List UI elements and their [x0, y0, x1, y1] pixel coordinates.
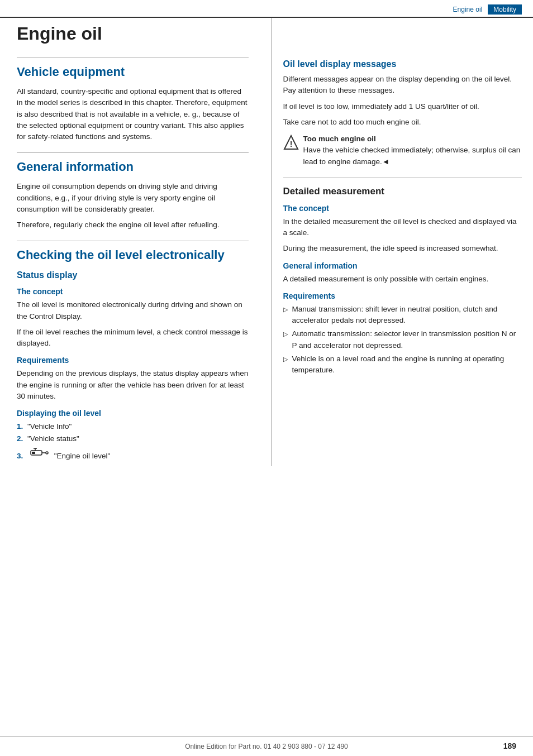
list-num-2: 2.	[17, 434, 23, 443]
detail-requirements-list: Manual transmission: shift lever in neut…	[283, 304, 522, 376]
breadcrumb-mobility: Mobility	[488, 4, 522, 15]
oil-level-icon	[30, 446, 50, 458]
right-column: Oil level display messages Different mes…	[272, 18, 522, 466]
detail-concept-para2: During the measurement, the idle speed i…	[283, 243, 522, 254]
req-item-3-text: Vehicle is on a level road and the engin…	[292, 355, 505, 374]
concept-para1: The oil level is monitored electronicall…	[17, 299, 249, 322]
list-text-1: "Vehicle Info"	[27, 422, 72, 430]
req-item-3: Vehicle is on a level road and the engin…	[283, 353, 522, 376]
status-display-heading: Status display	[17, 270, 249, 280]
concept-heading-left: The concept	[17, 287, 249, 296]
req-item-2-text: Automatic transmission: selector lever i…	[292, 329, 516, 349]
warning-body: Have the vehicle checked immediately; ot…	[303, 146, 521, 165]
warning-box: ! Too much engine oil Have the vehicle c…	[283, 133, 522, 168]
detail-concept-heading: The concept	[283, 204, 522, 213]
svg-text:!: !	[289, 140, 292, 149]
warning-title: Too much engine oil	[303, 133, 522, 145]
footer-text: Online Edition for Part no. 01 40 2 903 …	[185, 743, 348, 750]
oil-messages-para2: If oil level is too low, immediately add…	[283, 101, 522, 112]
general-info-para2: Therefore, regularly check the engine oi…	[17, 219, 249, 231]
page-title: Engine oil	[17, 18, 249, 44]
left-column: Engine oil Vehicle equipment All standar…	[17, 18, 265, 466]
general-info-para1: Engine oil consumption depends on drivin…	[17, 181, 249, 215]
concept-para2: If the oil level reaches the minimum lev…	[17, 327, 249, 350]
header: Engine oil Mobility	[0, 0, 533, 18]
breadcrumb-engine-oil: Engine oil	[448, 4, 488, 15]
list-text-3: "Engine oil level"	[54, 452, 110, 460]
detailed-measurement-heading: Detailed measurement	[283, 186, 522, 197]
warning-text: Too much engine oil Have the vehicle che…	[303, 133, 522, 168]
req-item-1: Manual transmission: shift lever in neut…	[283, 304, 522, 327]
displaying-list: 1. "Vehicle Info" 2. "Vehicle status" 3.	[17, 421, 249, 462]
oil-level-messages-heading: Oil level display messages	[283, 59, 522, 69]
vehicle-equipment-heading: Vehicle equipment	[17, 65, 249, 79]
list-item-2: 2. "Vehicle status"	[17, 433, 249, 444]
breadcrumb: Engine oil Mobility	[448, 4, 522, 15]
svg-rect-1	[32, 452, 35, 454]
list-item-1: 1. "Vehicle Info"	[17, 421, 249, 432]
footer: Online Edition for Part no. 01 40 2 903 …	[0, 736, 533, 756]
detail-concept-para1: In the detailed measurement the oil leve…	[283, 216, 522, 239]
requirements-body-left: Depending on the previous displays, the …	[17, 368, 249, 402]
detail-requirements-heading: Requirements	[283, 291, 522, 300]
warning-icon: !	[283, 135, 299, 150]
list-item-3: 3. "Engine oil level"	[17, 446, 249, 462]
list-num-3: 3.	[17, 452, 23, 460]
page-container: Engine oil Mobility Engine oil Vehicle e…	[0, 0, 533, 756]
list-text-2: "Vehicle status"	[27, 434, 79, 443]
vehicle-equipment-body: All standard, country-specific and optio…	[17, 86, 249, 142]
detail-general-info-body: A detailed measurement is only possible …	[283, 274, 522, 285]
list-num-1: 1.	[17, 422, 23, 430]
oil-messages-para1: Different messages appear on the display…	[283, 74, 522, 97]
req-item-2: Automatic transmission: selector lever i…	[283, 328, 522, 351]
svg-point-3	[46, 452, 48, 454]
req-item-1-text: Manual transmission: shift lever in neut…	[292, 305, 498, 324]
requirements-heading-left: Requirements	[17, 356, 249, 365]
displaying-heading: Displaying the oil level	[17, 409, 249, 418]
page-number: 189	[503, 741, 516, 750]
checking-heading: Checking the oil level electronically	[17, 248, 249, 262]
detail-general-info-heading: General information	[283, 261, 522, 270]
oil-messages-para3: Take care not to add too much engine oil…	[283, 117, 522, 128]
general-info-heading: General information	[17, 160, 249, 174]
